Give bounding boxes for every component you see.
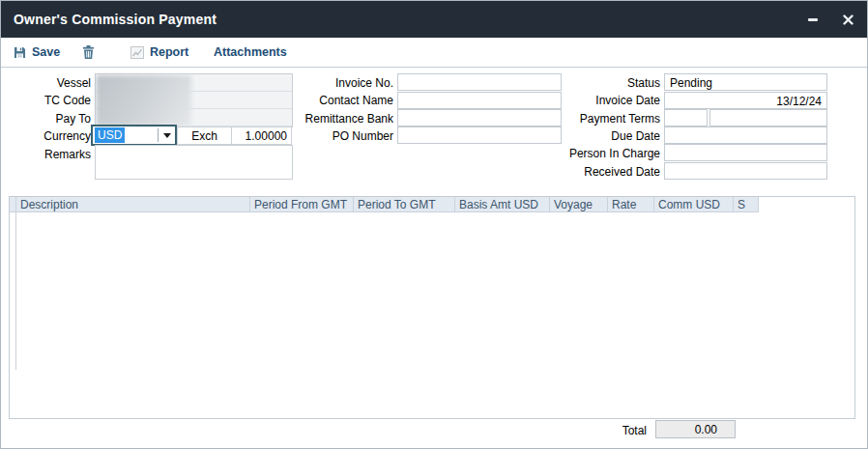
line-chart-icon	[130, 46, 144, 59]
total-label: Total	[591, 424, 647, 437]
grid-header-rate[interactable]: Rate	[608, 197, 654, 212]
po-number-field[interactable]	[397, 126, 562, 144]
received-date-label: Received Date	[554, 165, 660, 179]
invoice-no-label: Invoice No.	[297, 76, 393, 90]
attachments-button-label: Attachments	[214, 45, 287, 59]
grid-body-empty	[10, 212, 854, 418]
grid-header-voyage[interactable]: Voyage	[550, 197, 608, 212]
currency-selected-value: USD	[95, 127, 125, 143]
invoice-no-field[interactable]	[397, 73, 562, 91]
grid-header-description[interactable]: Description	[16, 197, 250, 212]
grid-header-comm-usd[interactable]: Comm USD	[654, 197, 734, 212]
contact-name-field[interactable]	[397, 92, 562, 109]
total-field: 0.00	[655, 420, 736, 438]
payment-terms-days-field[interactable]	[664, 109, 708, 126]
tc-code-label: TC Code	[9, 94, 91, 107]
grid-header-period-from-gmt[interactable]: Period From GMT	[250, 197, 354, 212]
currency-dropdown-arrow[interactable]	[159, 133, 175, 138]
payment-terms-desc-field[interactable]	[709, 109, 827, 126]
person-in-charge-label: Person In Charge	[554, 147, 660, 160]
chevron-down-icon	[163, 133, 171, 138]
owners-commission-payment-window: Owner's Commission Payment Save	[0, 0, 868, 449]
currency-dropdown[interactable]: USD	[91, 125, 177, 146]
vessel-label: Vessel	[9, 76, 91, 90]
currency-label: Currency	[9, 129, 91, 143]
exch-rate-label: Exch Rate	[178, 127, 231, 144]
received-date-field[interactable]	[664, 162, 827, 180]
redaction-blur	[97, 75, 191, 126]
save-button-label: Save	[32, 45, 60, 59]
remittance-bank-field[interactable]	[397, 109, 562, 126]
grid-header-row-selector[interactable]	[10, 197, 16, 212]
commission-lines-grid: Description Period From GMT Period To GM…	[9, 196, 855, 419]
status-label: Status	[554, 76, 660, 90]
contact-name-label: Contact Name	[297, 94, 393, 107]
window-controls	[805, 1, 855, 38]
remarks-field[interactable]	[95, 145, 293, 180]
report-button[interactable]: Report	[130, 38, 188, 67]
window-title: Owner's Commission Payment	[14, 12, 217, 27]
grid-header-filler	[759, 197, 854, 212]
vessel-fields-group	[95, 73, 293, 127]
grid-header-s[interactable]: S	[734, 197, 759, 212]
payment-terms-label: Payment Terms	[554, 112, 660, 126]
remittance-bank-label: Remittance Bank	[297, 112, 393, 126]
grid-header-period-to-gmt[interactable]: Period To GMT	[354, 197, 455, 212]
save-button[interactable]: Save	[14, 38, 60, 67]
close-icon	[843, 14, 854, 25]
minimize-icon	[808, 18, 818, 21]
report-button-label: Report	[150, 45, 188, 59]
invoice-date-field[interactable]: 13/12/24	[664, 92, 827, 109]
minimize-button[interactable]	[805, 12, 821, 27]
pay-to-label: Pay To	[9, 112, 91, 126]
close-button[interactable]	[840, 12, 855, 27]
remarks-label: Remarks	[9, 148, 91, 161]
floppy-disk-icon	[14, 46, 26, 59]
grid-selector-column-line	[15, 212, 16, 370]
exch-rate-field[interactable]: 1.00000	[231, 127, 291, 144]
grid-header-basis-amt-usd[interactable]: Basis Amt USD	[455, 197, 550, 212]
status-field[interactable]: Pending	[664, 73, 827, 91]
person-in-charge-field[interactable]	[664, 144, 827, 161]
due-date-label: Due Date	[554, 129, 660, 143]
titlebar: Owner's Commission Payment	[1, 1, 867, 38]
delete-button[interactable]	[82, 38, 95, 67]
due-date-field[interactable]	[664, 126, 827, 144]
trash-icon	[82, 45, 95, 59]
toolbar: Save Report Attachments	[1, 38, 867, 68]
attachments-button[interactable]: Attachments	[214, 38, 287, 67]
invoice-date-label: Invoice Date	[554, 94, 660, 107]
exch-rate-group: Exch Rate 1.00000	[177, 126, 292, 145]
grid-header-row: Description Period From GMT Period To GM…	[10, 197, 854, 212]
po-number-label: PO Number	[297, 129, 393, 143]
